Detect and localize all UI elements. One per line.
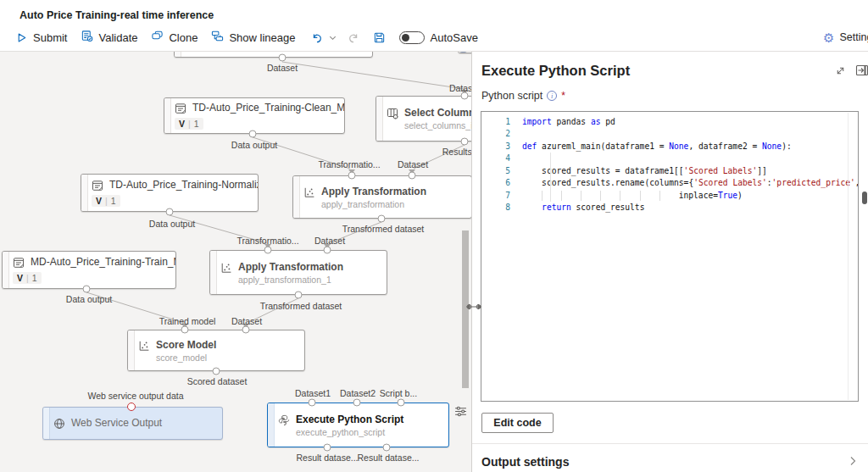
- validate-icon: [81, 30, 93, 45]
- edge: [282, 62, 465, 89]
- version-badge: V|1: [92, 195, 120, 207]
- port[interactable]: [324, 444, 331, 452]
- code-line: 6 scored_results.rename(columns={'Scored…: [481, 177, 858, 189]
- panel-resize-handle[interactable]: [465, 301, 482, 314]
- node-title: Web Service Output: [71, 417, 162, 429]
- port-label: Dataset2: [340, 388, 376, 398]
- port-label: Result datase...: [358, 453, 420, 463]
- node-score-model[interactable]: Score Modelscore_model: [127, 330, 305, 371]
- port-label: Web service output data: [87, 391, 183, 401]
- redo-button[interactable]: [345, 26, 364, 48]
- port[interactable]: [461, 138, 469, 146]
- globe-icon: [53, 418, 65, 430]
- version-badge: V|1: [13, 272, 42, 284]
- port-label: Transformatio...: [318, 159, 380, 169]
- toolbar: Submit Validate Clone Show lineage: [0, 24, 868, 52]
- code-line: 8 return scored_results: [481, 202, 858, 214]
- panel-scrollbar[interactable]: [862, 192, 867, 204]
- node-title: MD-Auto_Price_Training-Train_Model-Tr...: [31, 256, 175, 268]
- clone-icon: [151, 30, 164, 45]
- code-line: 1import pandas as pd: [481, 116, 858, 128]
- play-icon: [15, 31, 28, 44]
- node-title: TD-Auto_Price_Training-Clean_Missing_D..…: [192, 102, 344, 114]
- main-area: TD-Auto_Price_Training-Clean_Missing_D..…: [0, 52, 868, 472]
- node-select-columns[interactable]: Select Columns in D...select_columns_in_…: [376, 96, 471, 142]
- info-icon[interactable]: i: [547, 91, 557, 101]
- section-divider: [472, 443, 868, 444]
- node-normalize-data[interactable]: TD-Auto_Price_Training-Normalize_Data-..…: [81, 174, 259, 212]
- code-text: scored_results.rename(columns={'Scored L…: [522, 177, 859, 189]
- chart-icon: [303, 186, 315, 198]
- gear-icon: ⚙: [823, 31, 834, 44]
- port[interactable]: [383, 444, 391, 452]
- required-asterisk: *: [561, 90, 565, 102]
- canvas-settings-icon[interactable]: [454, 405, 467, 418]
- port-label: Dataset1: [295, 388, 331, 398]
- chart-icon: [138, 340, 150, 352]
- validate-button[interactable]: Validate: [74, 26, 144, 48]
- node-train-model[interactable]: MD-Auto_Price_Training-Train_Model-Tr...…: [2, 251, 176, 289]
- port[interactable]: [353, 399, 361, 407]
- pipeline-titlebar: Auto Price Training-real time inference: [0, 0, 868, 24]
- output-settings-section[interactable]: Output settings: [472, 449, 868, 472]
- port[interactable]: [181, 326, 189, 334]
- pipeline-title: Auto Price Training-real time inference: [19, 9, 214, 21]
- port[interactable]: [166, 208, 174, 216]
- chart-icon: [220, 262, 232, 274]
- port-label: Dataset: [314, 236, 345, 246]
- port[interactable]: [213, 368, 220, 375]
- port[interactable]: [378, 215, 386, 223]
- port[interactable]: [279, 54, 287, 62]
- port[interactable]: [348, 172, 356, 180]
- code-text: scored_results = dataframe1[['Scored Lab…: [522, 165, 767, 177]
- chevron-right-icon: [848, 454, 858, 469]
- node-subtitle: apply_transformation_1: [238, 275, 343, 285]
- undo-button[interactable]: [308, 26, 326, 48]
- port[interactable]: [242, 326, 250, 334]
- node-title: TD-Auto_Price_Training-Normalize_Data-..…: [109, 179, 258, 191]
- collapse-panel-icon[interactable]: [855, 64, 868, 76]
- code-text: def azureml_main(dataframe1 = None, data…: [522, 141, 792, 153]
- code-line: 4: [481, 153, 858, 164]
- port[interactable]: [461, 92, 469, 100]
- port[interactable]: [309, 399, 316, 407]
- node-execute-python-script[interactable]: Execute Python Scriptexecute_python_scri…: [267, 403, 449, 447]
- port[interactable]: [249, 130, 257, 138]
- port-error[interactable]: [127, 403, 136, 411]
- node-apply-transformation[interactable]: Apply Transformationapply_transformation: [292, 175, 471, 219]
- edit-code-button[interactable]: Edit code: [481, 413, 554, 433]
- port-label: Result datase...: [297, 453, 359, 463]
- node-clean-missing-data[interactable]: TD-Auto_Price_Training-Clean_Missing_D..…: [164, 97, 345, 134]
- expand-panel-icon[interactable]: [834, 65, 846, 77]
- node-partial-top[interactable]: [174, 52, 373, 58]
- node-title: Score Model: [156, 339, 216, 351]
- port[interactable]: [295, 292, 303, 299]
- node-apply-transformation-1[interactable]: Apply Transformationapply_transformation…: [209, 250, 387, 295]
- node-web-service-output[interactable]: Web Service Output: [42, 407, 223, 440]
- port[interactable]: [398, 399, 405, 407]
- node-title: Apply Transformation: [238, 261, 343, 273]
- node-title: Select Columns in D...: [404, 107, 471, 119]
- python-icon: [278, 414, 290, 426]
- port-label: Dataset: [267, 63, 298, 73]
- node-subtitle: select_columns_in_d...: [404, 120, 471, 130]
- save-button[interactable]: [370, 26, 389, 48]
- autosave-toggle[interactable]: [399, 31, 425, 44]
- show-lineage-button[interactable]: Show lineage: [204, 26, 302, 48]
- clone-button[interactable]: Clone: [144, 26, 204, 48]
- code-line: 7 inplace=True): [481, 190, 858, 202]
- version-badge: V|1: [175, 118, 203, 130]
- pipeline-canvas[interactable]: TD-Auto_Price_Training-Clean_Missing_D..…: [0, 52, 471, 472]
- port[interactable]: [264, 247, 272, 254]
- settings-button[interactable]: ⚙ Settings: [823, 26, 868, 48]
- port[interactable]: [324, 247, 331, 254]
- port[interactable]: [83, 286, 91, 293]
- port[interactable]: [409, 172, 416, 180]
- python-script-editor[interactable]: 1import pandas as pd23def azureml_main(d…: [481, 111, 859, 402]
- undo-dropdown-chevron[interactable]: [326, 26, 340, 48]
- autosave-label: AutoSave: [431, 31, 478, 44]
- python-script-field-label: Python script i *: [481, 90, 565, 102]
- code-line: 3def azureml_main(dataframe1 = None, dat…: [481, 141, 858, 153]
- code-text: return scored_results: [522, 202, 644, 214]
- submit-button[interactable]: Submit: [8, 26, 74, 48]
